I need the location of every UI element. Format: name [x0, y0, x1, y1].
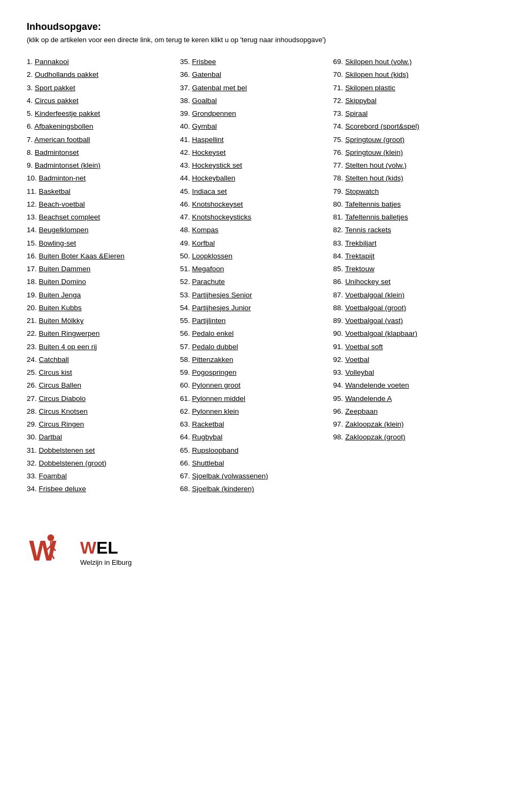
- toc-link[interactable]: Shuttlebal: [192, 459, 224, 467]
- toc-link[interactable]: Kompas: [192, 226, 219, 234]
- toc-link[interactable]: Volleybal: [345, 368, 374, 376]
- toc-link[interactable]: Gymbal: [192, 122, 217, 130]
- toc-link[interactable]: Kinderfeestje pakket: [35, 109, 100, 117]
- toc-link[interactable]: Zakloopzak (groot): [345, 433, 406, 441]
- toc-link[interactable]: Circus Knotsen: [39, 407, 88, 415]
- toc-link[interactable]: Gatenbal: [192, 70, 221, 78]
- toc-link[interactable]: Spiraal: [345, 109, 368, 117]
- toc-link[interactable]: Stelten hout (kids): [345, 174, 403, 182]
- toc-link[interactable]: Unihockey set: [345, 278, 391, 286]
- toc-link[interactable]: Voetbalgoal (klapbaar): [345, 329, 417, 337]
- toc-link[interactable]: Sjoelbak (volwassenen): [192, 472, 268, 480]
- toc-link[interactable]: Pedalo enkel: [192, 329, 234, 337]
- toc-link[interactable]: Foambal: [39, 472, 67, 480]
- toc-link[interactable]: Partijhesjes Senior: [192, 291, 252, 299]
- toc-link[interactable]: Oudhollands pakket: [35, 70, 98, 78]
- toc-link[interactable]: Skilopen plastic: [345, 84, 395, 92]
- toc-link[interactable]: Korfbal: [192, 239, 215, 247]
- toc-link[interactable]: Dobbelstenen (groot): [39, 459, 107, 467]
- toc-link[interactable]: Trektouw: [345, 265, 375, 273]
- toc-link[interactable]: American football: [34, 136, 90, 144]
- toc-link[interactable]: Stopwatch: [345, 187, 379, 195]
- toc-link[interactable]: Pylonnen klein: [192, 407, 239, 415]
- toc-link[interactable]: Buiten Mölkky: [39, 317, 84, 325]
- toc-link[interactable]: Buiten Dammen: [39, 265, 91, 273]
- toc-link[interactable]: Tafeltennis balletjes: [345, 213, 408, 221]
- toc-link[interactable]: Knotshockeysticks: [192, 213, 251, 221]
- toc-link[interactable]: Loopklossen: [192, 252, 232, 260]
- toc-link[interactable]: Circus kist: [39, 368, 72, 376]
- toc-link[interactable]: Hockeystick set: [192, 161, 242, 169]
- toc-link[interactable]: Dobbelstenen set: [39, 446, 95, 454]
- toc-link[interactable]: Badmintonset (klein): [35, 161, 100, 169]
- toc-link[interactable]: Grondpennen: [192, 109, 236, 117]
- toc-link[interactable]: Circus Ringen: [39, 420, 84, 428]
- toc-link[interactable]: Voetbalgoal (vast): [345, 317, 403, 325]
- toc-link[interactable]: Frisbee: [192, 58, 216, 66]
- toc-link[interactable]: Skilopen hout (volw.): [345, 58, 412, 66]
- toc-link[interactable]: Beugelklompen: [39, 226, 89, 234]
- toc-link[interactable]: Buiten Boter Kaas &Eieren: [39, 252, 125, 260]
- toc-link[interactable]: Skippybal: [345, 97, 377, 105]
- list-item: 25. Circus kist: [27, 367, 175, 378]
- toc-link[interactable]: Stelten hout (volw.): [345, 161, 407, 169]
- toc-link[interactable]: Catchball: [39, 356, 69, 364]
- toc-link[interactable]: Knotshockeyset: [192, 200, 243, 208]
- toc-link[interactable]: Pylonnen groot: [192, 381, 240, 389]
- toc-link[interactable]: Wandelende voeten: [345, 381, 409, 389]
- toc-link[interactable]: Pogospringen: [192, 368, 236, 376]
- toc-link[interactable]: Haspellint: [192, 136, 223, 144]
- toc-link[interactable]: Badmintonset: [35, 148, 79, 156]
- toc-link[interactable]: Buiten Domino: [39, 278, 87, 286]
- toc-link[interactable]: Basketbal: [39, 187, 71, 195]
- toc-link[interactable]: Scorebord (sport&spel): [345, 122, 419, 130]
- toc-link[interactable]: Pannakooi: [35, 58, 69, 66]
- toc-link[interactable]: Buiten Kubbs: [39, 304, 82, 312]
- toc-link[interactable]: Sport pakket: [35, 84, 75, 92]
- toc-link[interactable]: Racketbal: [192, 420, 224, 428]
- toc-link[interactable]: Hockeyballen: [192, 174, 235, 182]
- toc-link[interactable]: Voetbalgoal (klein): [345, 291, 405, 299]
- toc-link[interactable]: Buiten 4 op een rij: [39, 343, 97, 351]
- toc-link[interactable]: Springtouw (klein): [345, 148, 403, 156]
- toc-link[interactable]: Circus Ballen: [39, 381, 82, 389]
- toc-link[interactable]: Tafeltennis batjes: [345, 200, 401, 208]
- toc-link[interactable]: Indiaca set: [192, 187, 227, 195]
- toc-link[interactable]: Hockeyset: [192, 148, 226, 156]
- toc-link[interactable]: Sjoelbak (kinderen): [192, 485, 254, 493]
- toc-link[interactable]: Badminton-net: [39, 174, 86, 182]
- toc-link[interactable]: Zakloopzak (klein): [345, 420, 404, 428]
- toc-link[interactable]: Parachute: [192, 278, 225, 286]
- toc-link[interactable]: Trekbiljart: [345, 239, 377, 247]
- toc-link[interactable]: Megafoon: [192, 265, 224, 273]
- toc-link[interactable]: Buiten Jenga: [39, 291, 81, 299]
- toc-link[interactable]: Trektapijt: [345, 252, 375, 260]
- toc-link[interactable]: Dartbal: [39, 433, 63, 441]
- toc-link[interactable]: Pittenzakken: [192, 356, 233, 364]
- toc-link[interactable]: Rugbybal: [192, 433, 222, 441]
- toc-link[interactable]: Springtouw (groot): [345, 136, 405, 144]
- toc-link[interactable]: Tennis rackets: [345, 226, 391, 234]
- toc-link[interactable]: Beach-voetbal: [39, 200, 85, 208]
- toc-link[interactable]: Voetbalgoal (groot): [345, 304, 406, 312]
- toc-link[interactable]: Rupsloopband: [192, 446, 238, 454]
- toc-link[interactable]: Afbakeningsbollen: [34, 122, 93, 130]
- list-item: 59. Pogospringen: [180, 367, 328, 378]
- toc-link[interactable]: Skilopen hout (kids): [345, 70, 409, 78]
- toc-link[interactable]: Wandelende A: [345, 395, 392, 403]
- toc-link[interactable]: Partijhesjes Junior: [192, 304, 251, 312]
- toc-link[interactable]: Frisbee deluxe: [39, 485, 87, 493]
- toc-link[interactable]: Pedalo dubbel: [192, 343, 238, 351]
- toc-link[interactable]: Zeepbaan: [345, 407, 378, 415]
- toc-link[interactable]: Circus Diabolo: [39, 395, 86, 403]
- toc-link[interactable]: Goalbal: [192, 97, 217, 105]
- toc-link[interactable]: Bowling-set: [39, 239, 76, 247]
- toc-link[interactable]: Beachset compleet: [39, 213, 100, 221]
- toc-link[interactable]: Gatenbal met bel: [192, 84, 247, 92]
- toc-link[interactable]: Voetbal soft: [345, 343, 383, 351]
- toc-link[interactable]: Voetbal: [345, 356, 369, 364]
- toc-link[interactable]: Partijlinten: [192, 317, 226, 325]
- toc-link[interactable]: Buiten Ringwerpen: [39, 329, 100, 337]
- toc-link[interactable]: Pylonnen middel: [192, 395, 245, 403]
- toc-link[interactable]: Circus pakket: [35, 97, 79, 105]
